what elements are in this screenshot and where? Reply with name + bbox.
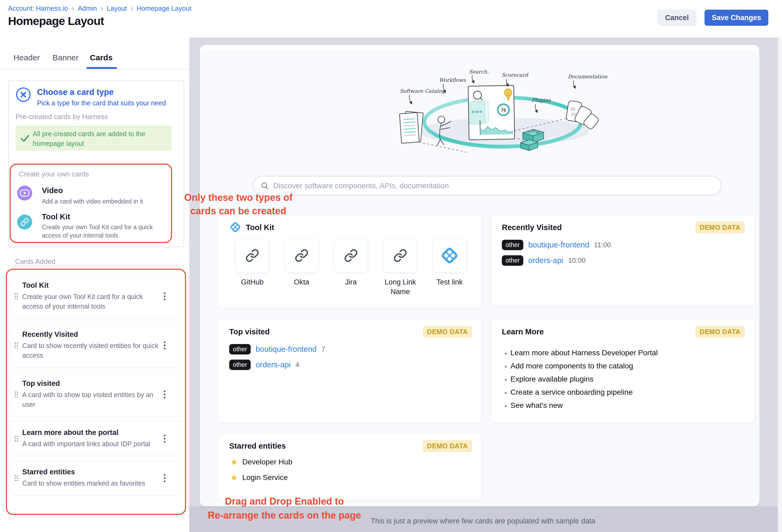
- toolkit-link-okta[interactable]: Okta: [277, 239, 326, 296]
- search-input[interactable]: [273, 181, 721, 190]
- scrollbar-track[interactable]: [778, 38, 782, 532]
- card-type-toolkit[interactable]: Tool Kit: [42, 212, 70, 221]
- link-icon[interactable]: [383, 239, 417, 273]
- starred-entities-card: Starred entities DEMO DATA ★ Developer H…: [218, 433, 482, 500]
- catalog-doc-sketch: [399, 111, 423, 143]
- entity-row: other boutique-frontend 11:00: [502, 240, 611, 250]
- breadcrumb-account[interactable]: Account: Harness.io: [8, 5, 68, 12]
- added-card-desc: Card to show recently visited entities f…: [22, 341, 159, 360]
- kebab-menu-icon[interactable]: [163, 434, 166, 443]
- toolkit-link-label: GitHub: [241, 277, 263, 287]
- app-header: Account: Harness.io › Admin › Layout › H…: [0, 0, 782, 38]
- kebab-menu-icon[interactable]: [163, 390, 166, 399]
- added-card-desc: Create your own Tool Kit card for a quic…: [22, 292, 159, 311]
- drag-handle-icon[interactable]: [14, 391, 19, 398]
- learn-more-link[interactable]: Create a service onboarding pipeline: [510, 386, 657, 399]
- breadcrumb-admin[interactable]: Admin: [78, 5, 97, 12]
- illustration-label-software-catalog: Software Catalog: [400, 88, 445, 94]
- tab-divider: [0, 69, 189, 69]
- annotation-card-types: Only these two types of cards can be cre…: [174, 191, 303, 218]
- entity-kind-tag: other: [229, 344, 251, 354]
- active-tab-underline: [86, 67, 117, 69]
- entity-link[interactable]: orders-api: [528, 256, 563, 265]
- precreated-success-banner: All pre-created cards are added to the h…: [15, 126, 172, 151]
- cards-added-label: Cards Added: [15, 257, 55, 266]
- card-type-video[interactable]: Video: [42, 186, 63, 195]
- precreated-success-message: All pre-created cards are added to the h…: [33, 129, 162, 148]
- added-card-desc: A card with important links about IDP po…: [22, 439, 159, 449]
- added-card-recently-visited[interactable]: Recently Visited Card to show recently v…: [10, 323, 182, 367]
- toolkit-preview-card: Tool Kit GitHub: [218, 215, 482, 308]
- homepage-preview-pane: 75: [189, 38, 782, 532]
- annotation-line: Re-arrange the cards on the page: [192, 508, 377, 522]
- breadcrumb-layout[interactable]: Layout: [107, 5, 127, 12]
- tab-cards[interactable]: Cards: [90, 53, 113, 62]
- entity-count: 7: [321, 345, 325, 353]
- entity-time: 10:00: [568, 256, 585, 265]
- drag-handle-icon[interactable]: [14, 474, 19, 482]
- top-visited-card: Top visited DEMO DATA other boutique-fro…: [218, 319, 482, 423]
- kebab-menu-icon[interactable]: [163, 341, 166, 350]
- drag-handle-icon[interactable]: [14, 293, 19, 300]
- added-card-learn-more[interactable]: Learn more about the portal A card with …: [10, 421, 182, 456]
- learn-more-link[interactable]: Learn more about Harness Developer Porta…: [510, 346, 657, 359]
- recently-visited-title: Recently Visited: [502, 223, 562, 232]
- entity-link[interactable]: boutique-frontend: [528, 241, 589, 249]
- harness-diamond-icon[interactable]: [433, 239, 466, 273]
- entity-time: 11:00: [594, 241, 611, 249]
- create-own-cards-label: Create your own cards: [19, 170, 89, 178]
- starred-entity-row: ★ Login Service: [230, 473, 288, 482]
- close-icon[interactable]: [15, 87, 31, 102]
- star-icon: ★: [230, 458, 238, 466]
- added-card-toolkit[interactable]: Tool Kit Create your own Tool Kit card f…: [10, 274, 182, 318]
- entity-kind-tag: other: [502, 240, 523, 250]
- preview-topbar: [200, 45, 759, 52]
- link-icon: [17, 215, 32, 229]
- link-icon[interactable]: [334, 239, 368, 273]
- breadcrumb: Account: Harness.io › Admin › Layout › H…: [8, 4, 191, 12]
- toolkit-link-label: Long Link Name: [377, 277, 423, 296]
- learn-more-link[interactable]: Add more components to the catalog: [510, 359, 657, 373]
- card-type-toolkit-desc: Create your own Tool Kit card for a quic…: [42, 223, 169, 240]
- entity-link[interactable]: orders-api: [255, 360, 291, 369]
- harness-diamond-icon: [229, 221, 242, 233]
- entity-link[interactable]: Login Service: [242, 473, 288, 482]
- annotation-drag-drop: Drag and Drop Enabled to Re-arrange the …: [192, 494, 377, 522]
- preview-footer-note: This is just a preview where few cards a…: [371, 517, 595, 525]
- breadcrumb-homepage-layout[interactable]: Homepage Layout: [137, 5, 191, 12]
- toolkit-link-long-link-name[interactable]: Long Link Name: [376, 239, 425, 296]
- toolkit-link-github[interactable]: GitHub: [227, 239, 277, 296]
- tab-header[interactable]: Header: [13, 53, 40, 62]
- learn-more-link[interactable]: See what's new: [510, 399, 657, 412]
- breadcrumb-separator: ›: [101, 4, 103, 12]
- card-type-video-desc: Add a card with video embedded in it: [42, 197, 169, 206]
- starred-entity-row: ★ Developer Hub: [230, 458, 292, 466]
- demo-data-badge: DEMO DATA: [696, 221, 745, 234]
- entity-row: other orders-api 4: [229, 360, 299, 370]
- added-card-starred-entities[interactable]: Starred entities Card to show entities m…: [10, 461, 182, 495]
- kebab-menu-icon[interactable]: [163, 473, 166, 483]
- kebab-menu-icon[interactable]: [163, 292, 166, 301]
- toolkit-link-test-link[interactable]: Test link: [425, 239, 474, 296]
- entity-link[interactable]: Developer Hub: [242, 458, 292, 466]
- illustration-label-documentation: Documentation: [568, 73, 607, 79]
- choose-card-type-subtitle: Pick a type for the card that suits your…: [37, 99, 166, 107]
- drag-handle-icon[interactable]: [14, 342, 19, 349]
- homepage-layout-screen: Account: Harness.io › Admin › Layout › H…: [0, 0, 782, 532]
- learn-more-link[interactable]: Explore available plugins: [510, 373, 657, 386]
- portal-illustration: 75: [389, 67, 630, 155]
- entity-kind-tag: other: [229, 360, 251, 370]
- link-icon[interactable]: [236, 239, 269, 273]
- added-card-top-visited[interactable]: Top visited A card with to show top visi…: [10, 372, 182, 417]
- choose-card-type-panel: Choose a card type Pick a type for the c…: [8, 80, 184, 247]
- cancel-button[interactable]: Cancel: [657, 10, 697, 26]
- video-icon: [17, 185, 32, 201]
- link-icon[interactable]: [285, 239, 318, 273]
- added-card-desc: A card with to show top visited entities…: [22, 390, 159, 409]
- toolkit-links-row: GitHub Okta: [227, 239, 474, 296]
- tab-banner[interactable]: Banner: [52, 53, 78, 62]
- entity-link[interactable]: boutique-frontend: [255, 345, 316, 354]
- drag-handle-icon[interactable]: [14, 435, 19, 442]
- save-changes-button[interactable]: Save Changes: [705, 10, 768, 26]
- toolkit-link-jira[interactable]: Jira: [326, 239, 376, 296]
